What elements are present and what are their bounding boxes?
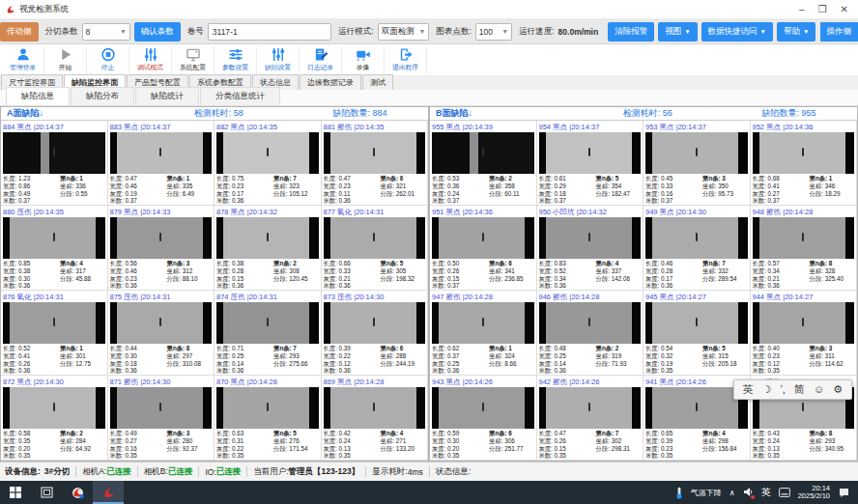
defect-image[interactable] bbox=[753, 217, 855, 259]
defect-cell[interactable]: 948 擦伤 |20:14:28长度: 0.57宽度: 0.34灰度: 0.21… bbox=[751, 206, 858, 291]
defect-image[interactable] bbox=[539, 302, 642, 344]
defect-cell[interactable]: 874 压伤 |20:14:31长度: 0.71宽度: 0.25灰度: 0.14… bbox=[214, 291, 322, 376]
defect-cell[interactable]: 882 黑点 |20:14:35长度: 0.75宽度: 0.23灰度: 0.17… bbox=[214, 121, 322, 206]
confirm-strips-button[interactable]: 确认条数 bbox=[134, 22, 181, 42]
close-button[interactable]: ✕ bbox=[841, 5, 848, 14]
defect-cell[interactable]: 884 黑点 |20:14:37长度: 1.23宽度: 0.86灰度: 0.49… bbox=[1, 121, 108, 206]
touch-keyboard-icon[interactable] bbox=[779, 488, 790, 497]
defect-image[interactable] bbox=[110, 302, 213, 344]
defect-image[interactable] bbox=[539, 217, 642, 259]
ime-moon-icon[interactable]: ☽ bbox=[762, 384, 772, 395]
clear-alarm-button[interactable]: 清除报警 bbox=[608, 22, 654, 42]
defect-image[interactable] bbox=[645, 132, 748, 174]
defect-cell[interactable]: 950 小凹坑 |20:14:32长度: 0.83宽度: 0.52灰度: 0.3… bbox=[537, 206, 644, 291]
defect-image[interactable] bbox=[324, 132, 426, 174]
sub-tab-3[interactable]: 缺陷统计 bbox=[135, 87, 199, 105]
defect-cell[interactable]: 949 黑点 |20:14:30长度: 0.46宽度: 0.28灰度: 0.17… bbox=[644, 206, 751, 291]
language-indicator[interactable]: 英 bbox=[761, 486, 771, 499]
defect-cell[interactable]: 953 黑点 |20:14:37长度: 0.45宽度: 0.33灰度: 0.16… bbox=[644, 121, 751, 206]
defect-image[interactable] bbox=[3, 302, 105, 344]
strip-count-select[interactable]: 8▼ bbox=[82, 23, 130, 41]
defect-image[interactable] bbox=[645, 387, 748, 429]
defect-image[interactable] bbox=[110, 387, 213, 429]
defect-image[interactable] bbox=[216, 132, 319, 174]
defect-image[interactable] bbox=[753, 302, 855, 344]
defect-image[interactable] bbox=[3, 132, 105, 174]
main-tab-6[interactable]: 边缘数据记录 bbox=[300, 74, 361, 90]
defect-cell[interactable]: 870 黑点 |20:14:28长度: 0.63宽度: 0.31灰度: 0.22… bbox=[214, 376, 322, 461]
minimize-button[interactable]: – bbox=[799, 5, 805, 14]
defect-image[interactable] bbox=[645, 302, 748, 344]
defect-image[interactable] bbox=[324, 387, 426, 429]
defect-cell[interactable]: 877 氧化 |20:14:31长度: 0.66宽度: 0.33灰度: 0.21… bbox=[322, 206, 429, 291]
sub-tab-2[interactable]: 缺陷分布 bbox=[71, 87, 134, 105]
defect-image[interactable] bbox=[432, 302, 534, 344]
tool-debug-button[interactable]: 调试模式 bbox=[129, 46, 172, 73]
defect-image[interactable] bbox=[3, 217, 105, 259]
defect-image[interactable] bbox=[539, 387, 642, 429]
maximize-button[interactable]: ❐ bbox=[818, 5, 827, 14]
taskbar-app-inspection[interactable] bbox=[93, 481, 124, 504]
sub-tab-4[interactable]: 分类信息统计 bbox=[200, 87, 280, 105]
tool-record-button[interactable]: 录像 bbox=[342, 46, 385, 73]
defect-cell[interactable]: 945 黑点 |20:14:27长度: 0.54宽度: 0.32灰度: 0.19… bbox=[644, 291, 751, 376]
help-menu-button[interactable]: 帮助▼ bbox=[777, 22, 815, 42]
defect-cell[interactable]: 879 黑点 |20:14:33长度: 0.56宽度: 0.46灰度: 0.23… bbox=[108, 206, 215, 291]
defect-cell[interactable]: 942 擦伤 |20:14:26长度: 0.47宽度: 0.26灰度: 0.15… bbox=[537, 376, 644, 461]
tray-expand-icon[interactable]: ∧ bbox=[729, 489, 735, 497]
tool-exit-button[interactable]: 退出程序 bbox=[385, 46, 427, 73]
defect-cell[interactable]: 876 氧化 |20:14:31长度: 0.52宽度: 0.41灰度: 0.26… bbox=[1, 291, 108, 376]
defect-cell[interactable]: 872 黑点 |20:14:30长度: 0.58宽度: 0.35灰度: 0.20… bbox=[1, 376, 108, 461]
tool-stop-button[interactable]: 停止 bbox=[87, 46, 129, 73]
defect-cell[interactable]: 883 黑点 |20:14:37长度: 0.47宽度: 0.46灰度: 0.19… bbox=[108, 121, 215, 206]
volume-icon[interactable] bbox=[743, 487, 754, 499]
tool-defect-button[interactable]: 缺陷设置 bbox=[257, 46, 300, 73]
taskbar-clock[interactable]: 20:14 2025/2/10 bbox=[798, 485, 830, 501]
weather-text[interactable]: 气温下降 bbox=[691, 488, 722, 498]
defect-cell[interactable]: 880 压伤 |20:14:35长度: 0.85宽度: 0.38灰度: 0.30… bbox=[1, 206, 108, 291]
tool-login-button[interactable]: 管理登录 bbox=[2, 46, 44, 73]
defect-image[interactable] bbox=[324, 217, 426, 259]
defect-cell[interactable]: 878 黑点 |20:14:32长度: 0.38宽度: 0.28灰度: 0.15… bbox=[214, 206, 322, 291]
tool-params-button[interactable]: 参数设置 bbox=[214, 46, 257, 73]
view-menu-button[interactable]: 视图▼ bbox=[658, 22, 697, 42]
ime-settings-icon[interactable]: ⚙ bbox=[833, 384, 843, 395]
defect-cell[interactable]: 871 擦伤 |20:14:30长度: 0.49宽度: 0.27灰度: 0.16… bbox=[108, 376, 215, 461]
tool-start-button[interactable]: 开始 bbox=[44, 46, 87, 73]
ime-lang-en[interactable]: 英 bbox=[743, 384, 754, 395]
sub-tab-1[interactable]: 缺陷信息 bbox=[6, 87, 70, 105]
drive-side-button[interactable]: 传动侧 bbox=[0, 22, 39, 42]
defect-cell[interactable]: 881 擦伤 |20:14:35长度: 0.47宽度: 0.23灰度: 0.11… bbox=[322, 121, 429, 206]
defect-cell[interactable]: 943 黑点 |20:14:26长度: 0.59宽度: 0.30灰度: 0.20… bbox=[430, 376, 537, 461]
roll-number-input[interactable]: 3117-1 bbox=[208, 23, 331, 41]
ime-punct[interactable]: ’, bbox=[780, 384, 786, 395]
operator-side-button[interactable]: 操作侧 bbox=[820, 22, 858, 42]
defect-cell[interactable]: 951 黑点 |20:14:36长度: 0.50宽度: 0.26灰度: 0.15… bbox=[430, 206, 537, 291]
defect-image[interactable] bbox=[216, 302, 319, 344]
defect-image[interactable] bbox=[645, 217, 748, 259]
defect-image[interactable] bbox=[110, 217, 213, 259]
taskbar-app-browser[interactable] bbox=[62, 481, 93, 504]
ime-bar[interactable]: 英☽’,简☺⚙ bbox=[733, 379, 852, 400]
defect-cell[interactable]: 947 擦伤 |20:14:28长度: 0.62宽度: 0.37灰度: 0.25… bbox=[430, 291, 537, 376]
defect-cell[interactable]: 875 压伤 |20:14:31长度: 0.44宽度: 0.30灰度: 0.18… bbox=[108, 291, 215, 376]
defect-image[interactable] bbox=[216, 217, 319, 259]
tool-system-button[interactable]: 系统配置 bbox=[172, 46, 214, 73]
defect-image[interactable] bbox=[432, 217, 534, 259]
defect-cell[interactable]: 873 压伤 |20:14:30长度: 0.39宽度: 0.22灰度: 0.12… bbox=[322, 291, 429, 376]
ime-emoji-icon[interactable]: ☺ bbox=[814, 384, 824, 395]
start-button[interactable] bbox=[0, 481, 31, 504]
defect-image[interactable] bbox=[539, 132, 642, 174]
data-shortcut-menu-button[interactable]: 数据快捷访问▼ bbox=[701, 22, 773, 42]
defect-cell[interactable]: 952 黑点 |20:14:36长度: 0.68宽度: 0.41灰度: 0.27… bbox=[751, 121, 858, 206]
defect-image[interactable] bbox=[432, 387, 534, 429]
defect-image[interactable] bbox=[324, 302, 426, 344]
tool-log-button[interactable]: 日志记录 bbox=[300, 46, 342, 73]
defect-cell[interactable]: 955 黑点 |20:14:39长度: 0.53宽度: 0.36灰度: 0.24… bbox=[430, 121, 537, 206]
defect-image[interactable] bbox=[753, 132, 855, 174]
defect-image[interactable] bbox=[3, 387, 105, 429]
task-view-button[interactable] bbox=[31, 481, 62, 504]
defect-cell[interactable]: 944 黑点 |20:14:27长度: 0.40宽度: 0.23灰度: 0.12… bbox=[751, 291, 858, 376]
chart-points-select[interactable]: 100▼ bbox=[475, 23, 512, 41]
defect-image[interactable] bbox=[110, 132, 213, 174]
